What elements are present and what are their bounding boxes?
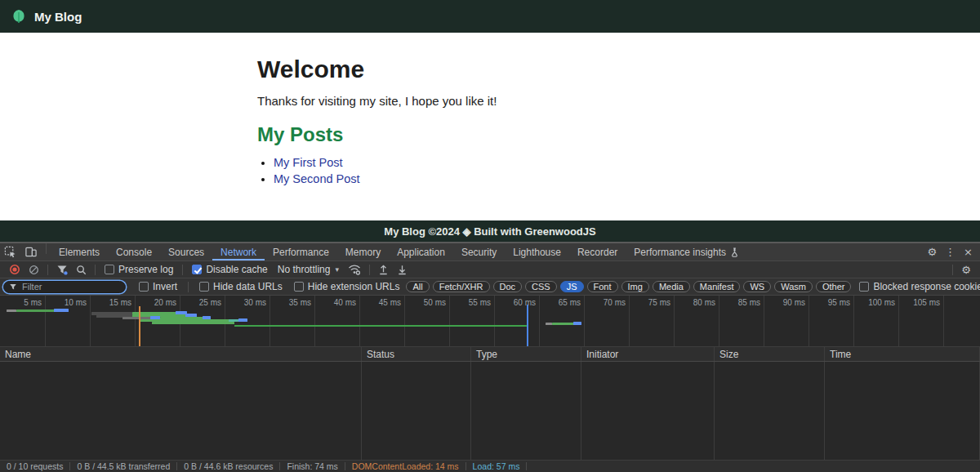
resource-type-pill[interactable]: Manifest xyxy=(693,281,741,292)
posts-heading: My Posts xyxy=(257,123,723,146)
resource-type-pill[interactable]: Img xyxy=(621,281,649,292)
filter-input[interactable] xyxy=(3,281,126,293)
devtools-tab[interactable]: Security xyxy=(453,243,505,260)
resource-type-pill[interactable]: Other xyxy=(816,281,852,292)
preserve-log-label: Preserve log xyxy=(118,264,173,275)
network-toolbar: Preserve log Disable cache No throttling… xyxy=(0,261,980,278)
devtools-tab[interactable]: Console xyxy=(108,243,160,260)
waterfall-segment xyxy=(234,325,527,327)
devtools-tab-label: Elements xyxy=(59,247,100,258)
table-column-header[interactable]: Initiator xyxy=(581,347,715,361)
site-header: My Blog xyxy=(0,0,980,33)
close-devtools-icon[interactable]: × xyxy=(960,243,977,260)
load-marker-line xyxy=(527,305,528,346)
devtools-panel: Elements Console xyxy=(0,243,980,472)
table-column-header[interactable]: Time xyxy=(825,347,980,361)
filter-checkbox[interactable]: Blocked response cookies xyxy=(859,281,980,292)
resource-type-pill[interactable]: Fetch/XHR xyxy=(433,281,490,292)
table-column-header[interactable]: Name xyxy=(0,347,362,361)
table-column-header[interactable]: Size xyxy=(715,347,825,361)
waterfall-segment xyxy=(54,309,69,312)
throttling-select[interactable]: No throttling ▾ xyxy=(273,264,344,275)
devtools-tab[interactable]: Elements xyxy=(51,243,108,260)
devtools-tab-label: Network xyxy=(220,247,256,258)
timeline-tick-label: 105 ms xyxy=(891,298,940,307)
checkbox-unchecked xyxy=(294,282,304,292)
device-toolbar-icon[interactable] xyxy=(20,243,42,260)
import-har-icon[interactable] xyxy=(374,261,393,278)
timeline-tick-label: 70 ms xyxy=(577,298,626,307)
timeline-tick-label: 80 ms xyxy=(666,298,715,307)
search-icon[interactable] xyxy=(72,261,91,278)
timeline-tick-label: 55 ms xyxy=(442,298,491,307)
resource-type-pill[interactable]: Font xyxy=(587,281,618,292)
network-settings-gear-icon[interactable]: ⚙ xyxy=(957,264,975,276)
settings-gear-icon[interactable]: ⚙ xyxy=(923,243,941,260)
resource-type-pill[interactable]: Media xyxy=(653,281,690,292)
record-network-log-icon[interactable] xyxy=(5,261,24,278)
table-column-header[interactable]: Type xyxy=(471,347,581,361)
disable-cache-checkbox[interactable]: Disable cache xyxy=(192,264,267,275)
post-link[interactable]: My Second Post xyxy=(274,172,360,185)
page-title: Welcome xyxy=(257,56,723,83)
requests-table-body[interactable] xyxy=(0,362,980,461)
checkbox-unchecked xyxy=(859,282,869,292)
resource-type-pill[interactable]: Doc xyxy=(493,281,523,292)
summary-item: 0 B / 44.5 kB transferred xyxy=(70,461,176,471)
leaf-logo-icon xyxy=(11,9,26,24)
devtools-tab[interactable]: Memory xyxy=(337,243,389,260)
inspect-element-icon[interactable] xyxy=(0,243,20,260)
invert-label: Invert xyxy=(153,281,177,292)
resource-type-pill[interactable]: JS xyxy=(560,281,584,292)
resource-type-pill[interactable]: Wasm xyxy=(774,281,813,292)
filter-checkbox-label: Blocked response cookies xyxy=(873,281,980,292)
more-options-kebab-icon[interactable]: ⋮ xyxy=(941,243,960,260)
resource-type-pill[interactable]: All xyxy=(406,281,429,292)
devtools-tab[interactable]: Application xyxy=(389,243,453,260)
timeline-gridline xyxy=(943,296,944,346)
resource-type-pill[interactable]: WS xyxy=(743,281,771,292)
devtools-tab-label: Recorder xyxy=(577,247,617,258)
table-column-body xyxy=(471,362,581,460)
timeline-tick-label: 95 ms xyxy=(801,298,850,307)
waterfall-segment xyxy=(238,318,247,322)
resource-type-pill[interactable]: CSS xyxy=(525,281,557,292)
network-summary-bar: 0 / 10 requests 0 B / 44.5 kB transferre… xyxy=(0,461,980,472)
hide-extension-urls-checkbox[interactable]: Hide extension URLs xyxy=(294,281,400,292)
post-link[interactable]: My First Post xyxy=(274,156,343,169)
site-footer: My Blog ©2024 ◈ Built with GreenwoodJS xyxy=(0,220,980,242)
devtools-tab-label: Memory xyxy=(345,247,381,258)
devtools-tab-label: Performance xyxy=(273,247,329,258)
devtools-tab[interactable]: Performance insights xyxy=(626,243,747,260)
devtools-tab[interactable]: Performance xyxy=(265,243,337,260)
hide-data-urls-checkbox[interactable]: Hide data URLs xyxy=(199,281,283,292)
export-har-icon[interactable] xyxy=(393,261,412,278)
filter-funnel-icon xyxy=(9,283,17,291)
devtools-tab[interactable]: Sources xyxy=(160,243,212,260)
preserve-log-checkbox[interactable]: Preserve log xyxy=(105,264,173,275)
post-list-item: My Second Post xyxy=(274,172,723,185)
timeline-tick-label: 60 ms xyxy=(487,298,536,307)
devtools-tab-label: Console xyxy=(116,247,152,258)
devtools-tab[interactable]: Lighthouse xyxy=(505,243,569,260)
table-column-header[interactable]: Status xyxy=(362,347,471,361)
site-brand: My Blog xyxy=(34,10,82,24)
invert-checkbox[interactable]: Invert xyxy=(139,281,177,292)
summary-item: DOMContentLoaded: 14 ms xyxy=(345,461,466,471)
network-conditions-icon[interactable] xyxy=(344,261,365,278)
checkbox-unchecked xyxy=(105,265,114,274)
devtools-tab[interactable]: Network xyxy=(212,243,265,260)
devtools-tabs: Elements Console xyxy=(51,243,747,260)
post-list-item: My First Post xyxy=(274,156,723,169)
timeline-tick-label: 35 ms xyxy=(262,298,311,307)
timeline-tick-label: 25 ms xyxy=(172,298,221,307)
devtools-tab-label: Performance insights xyxy=(634,247,726,258)
site-main: Welcome Thanks for visiting my site, I h… xyxy=(0,33,980,220)
divider xyxy=(526,462,527,470)
divider xyxy=(182,265,183,275)
clear-network-log-icon[interactable] xyxy=(24,261,43,278)
network-overview-timeline[interactable]: 5 ms 10 ms 15 ms 20 ms 25 ms 30 ms xyxy=(0,296,980,347)
timeline-tick-label: 10 ms xyxy=(38,298,87,307)
filter-funnel-icon[interactable] xyxy=(52,261,72,278)
devtools-tab[interactable]: Recorder xyxy=(569,243,626,260)
